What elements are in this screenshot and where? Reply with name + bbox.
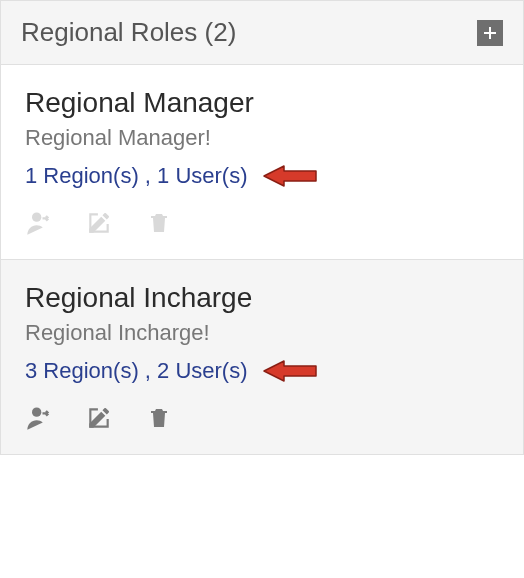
trash-icon [147, 210, 171, 240]
edit-icon [86, 210, 112, 240]
svg-rect-5 [159, 221, 161, 229]
edit-role-button[interactable] [85, 406, 113, 434]
trash-icon [147, 405, 171, 435]
user-arrow-icon [25, 404, 53, 436]
delete-role-button[interactable] [145, 211, 173, 239]
role-subtitle: Regional Manager! [25, 125, 499, 151]
assign-user-button[interactable] [25, 211, 53, 239]
add-role-button[interactable] [477, 20, 503, 46]
panel-header: Regional Roles (2) [1, 1, 523, 65]
role-subtitle: Regional Incharge! [25, 320, 499, 346]
edit-icon [86, 405, 112, 435]
arrow-left-icon [262, 358, 318, 384]
role-actions [25, 406, 499, 434]
svg-rect-10 [159, 416, 161, 424]
svg-point-3 [32, 213, 41, 222]
svg-point-8 [32, 408, 41, 417]
role-stats-link[interactable]: 3 Region(s) , 2 User(s) [25, 358, 248, 384]
svg-rect-9 [156, 416, 158, 424]
role-title: Regional Manager [25, 87, 499, 119]
delete-role-button[interactable] [145, 406, 173, 434]
role-card: Regional Manager Regional Manager! 1 Reg… [1, 65, 523, 260]
role-stats-row: 1 Region(s) , 1 User(s) [25, 163, 499, 189]
role-card: Regional Incharge Regional Incharge! 3 R… [1, 260, 523, 454]
plus-icon [482, 25, 498, 41]
svg-marker-7 [264, 361, 316, 381]
svg-marker-2 [264, 166, 316, 186]
role-stats-link[interactable]: 1 Region(s) , 1 User(s) [25, 163, 248, 189]
svg-rect-1 [484, 32, 496, 34]
assign-user-button[interactable] [25, 406, 53, 434]
edit-role-button[interactable] [85, 211, 113, 239]
role-title: Regional Incharge [25, 282, 499, 314]
role-stats-row: 3 Region(s) , 2 User(s) [25, 358, 499, 384]
role-actions [25, 211, 499, 239]
regional-roles-panel: Regional Roles (2) Regional Manager Regi… [0, 0, 524, 455]
svg-rect-11 [161, 416, 163, 424]
user-arrow-icon [25, 209, 53, 241]
svg-rect-6 [161, 221, 163, 229]
panel-title: Regional Roles (2) [21, 17, 236, 48]
arrow-left-icon [262, 163, 318, 189]
svg-rect-4 [156, 221, 158, 229]
